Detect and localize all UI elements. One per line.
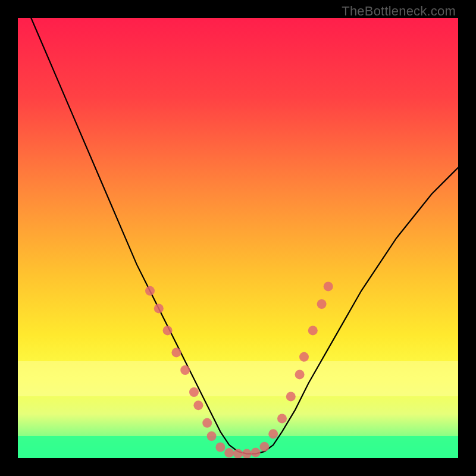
curve-marker: [317, 299, 327, 309]
curve-marker: [299, 352, 309, 362]
curve-marker: [233, 449, 243, 458]
curve-marker: [193, 400, 203, 410]
curve-marker: [207, 431, 217, 441]
watermark-label: TheBottleneck.com: [342, 4, 456, 19]
curve-marker: [215, 443, 225, 452]
curve-layer: [18, 18, 458, 458]
bottleneck-curve: [31, 18, 458, 454]
curve-marker: [259, 442, 269, 452]
curve-marker: [202, 418, 212, 428]
chart-frame: TheBottleneck.com: [0, 0, 476, 476]
curve-marker: [277, 414, 287, 423]
curve-marker: [308, 325, 318, 335]
curve-marker: [180, 365, 190, 375]
curve-marker: [286, 392, 296, 401]
curve-marker: [224, 448, 234, 458]
curve-marker: [324, 281, 333, 291]
curve-marker: [295, 369, 305, 379]
plot-area: [18, 18, 458, 458]
curve-marker: [154, 303, 164, 313]
curve-marker: [145, 286, 155, 296]
curve-marker: [171, 347, 181, 357]
curve-marker: [242, 449, 252, 458]
curve-marker: [251, 447, 261, 457]
curve-marker: [163, 325, 173, 335]
curve-marker: [189, 387, 199, 397]
curve-marker: [268, 429, 278, 439]
